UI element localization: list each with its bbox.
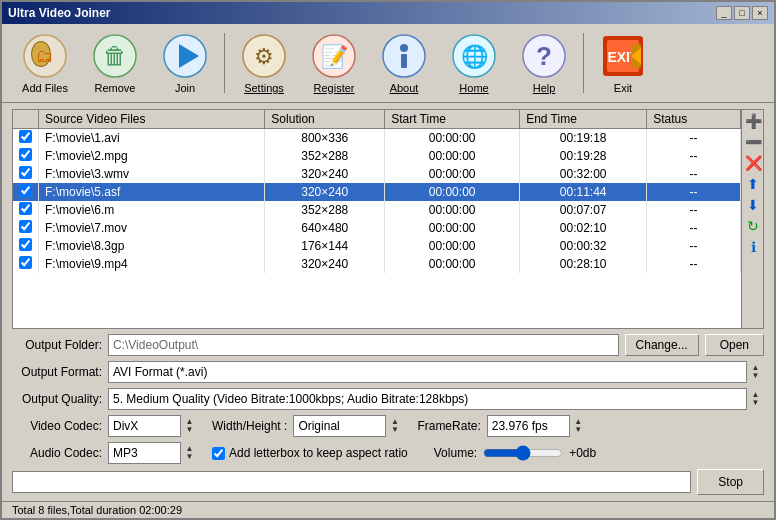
video-codec-select[interactable]: DivX (108, 415, 198, 437)
row-solution: 320×240 (265, 255, 385, 273)
maximize-button[interactable]: □ (734, 6, 750, 20)
audio-codec-label: Audio Codec: (12, 446, 102, 460)
row-end: 00:32:00 (520, 165, 647, 183)
refresh-btn[interactable]: ↻ (744, 217, 762, 235)
row-start: 00:00:00 (385, 237, 520, 255)
row-solution: 176×144 (265, 237, 385, 255)
table-row[interactable]: F:\movie\8.3gp 176×144 00:00:00 00:00:32… (13, 237, 741, 255)
open-button[interactable]: Open (705, 334, 764, 356)
row-checkbox[interactable] (19, 130, 32, 143)
settings-label: Settings (244, 82, 284, 94)
row-file: F:\movie\1.avi (39, 129, 265, 148)
remove-side-btn[interactable]: ➖ (744, 133, 762, 151)
row-solution: 352×288 (265, 147, 385, 165)
toolbar-about[interactable]: About (369, 28, 439, 98)
letterbox-checkbox[interactable] (212, 447, 225, 460)
row-checkbox[interactable] (19, 202, 32, 215)
output-quality-wrapper: 5. Medium Quality (Video Bitrate:1000kbp… (108, 388, 764, 410)
row-end: 00:02:10 (520, 219, 647, 237)
table-row[interactable]: F:\movie\3.wmv 320×240 00:00:00 00:32:00… (13, 165, 741, 183)
toolbar-home[interactable]: 🌐 Home (439, 28, 509, 98)
toolbar-exit[interactable]: EXIT Exit (588, 28, 658, 98)
remove-icon: 🗑 (91, 32, 139, 80)
toolbar-join[interactable]: Join (150, 28, 220, 98)
video-codec-wrapper: DivX ▲▼ (108, 415, 198, 437)
svg-text:🗑: 🗑 (103, 42, 127, 69)
close-button[interactable]: × (752, 6, 768, 20)
table-row[interactable]: F:\movie\9.mp4 320×240 00:00:00 00:28:10… (13, 255, 741, 273)
row-start: 00:00:00 (385, 255, 520, 273)
remove-label: Remove (95, 82, 136, 94)
stop-button[interactable]: Stop (697, 469, 764, 495)
volume-row: Volume: +0db (434, 445, 596, 461)
table-row[interactable]: F:\movie\2.mpg 352×288 00:00:00 00:19:28… (13, 147, 741, 165)
table-row[interactable]: F:\movie\7.mov 640×480 00:00:00 00:02:10… (13, 219, 741, 237)
audio-codec-select[interactable]: MP3 (108, 442, 198, 464)
header-end: End Time (520, 110, 647, 129)
change-button[interactable]: Change... (625, 334, 699, 356)
svg-text:🗂: 🗂 (36, 46, 54, 66)
output-quality-label: Output Quality: (12, 392, 102, 406)
video-codec-row: Video Codec: DivX ▲▼ Width/Height : Orig… (12, 415, 764, 437)
file-table-container: Source Video Files Solution Start Time E… (12, 109, 764, 329)
toolbar: 🗂 Add Files 🗑 Remove Join (2, 24, 774, 103)
row-status: -- (647, 165, 741, 183)
file-table: Source Video Files Solution Start Time E… (13, 110, 741, 273)
row-checkbox-cell (13, 147, 39, 165)
exit-label: Exit (614, 82, 632, 94)
settings-icon: ⚙ (240, 32, 288, 80)
toolbar-register[interactable]: 📝 Register (299, 28, 369, 98)
table-row[interactable]: F:\movie\5.asf 320×240 00:00:00 00:11:44… (13, 183, 741, 201)
status-text: Total 8 files,Total duration 02:00:29 (12, 504, 182, 516)
table-row[interactable]: F:\movie\1.avi 800×336 00:00:00 00:19:18… (13, 129, 741, 148)
row-status: -- (647, 147, 741, 165)
output-quality-select[interactable]: 5. Medium Quality (Video Bitrate:1000kbp… (108, 388, 764, 410)
row-end: 00:00:32 (520, 237, 647, 255)
row-checkbox[interactable] (19, 166, 32, 179)
register-label: Register (314, 82, 355, 94)
fps-select[interactable]: 23.976 fps (487, 415, 587, 437)
toolbar-settings[interactable]: ⚙ Settings (229, 28, 299, 98)
about-icon (380, 32, 428, 80)
row-file: F:\movie\8.3gp (39, 237, 265, 255)
row-checkbox[interactable] (19, 238, 32, 251)
progress-bar-container (12, 471, 691, 493)
table-row[interactable]: F:\movie\6.m 352×288 00:00:00 00:07:07 -… (13, 201, 741, 219)
row-status: -- (647, 183, 741, 201)
row-checkbox[interactable] (19, 184, 32, 197)
toolbar-remove[interactable]: 🗑 Remove (80, 28, 150, 98)
header-status: Status (647, 110, 741, 129)
add-files-label: Add Files (22, 82, 68, 94)
volume-value: +0db (569, 446, 596, 460)
add-btn[interactable]: ➕ (744, 112, 762, 130)
toolbar-help[interactable]: ? Help (509, 28, 579, 98)
output-format-select[interactable]: AVI Format (*.avi) (108, 361, 764, 383)
row-start: 00:00:00 (385, 165, 520, 183)
move-up-btn[interactable]: ⬆ (744, 175, 762, 193)
help-label: Help (533, 82, 556, 94)
output-quality-row: Output Quality: 5. Medium Quality (Video… (12, 388, 764, 410)
info-btn[interactable]: ℹ (744, 238, 762, 256)
status-bar: Total 8 files,Total duration 02:00:29 (2, 501, 774, 518)
row-file: F:\movie\6.m (39, 201, 265, 219)
toolbar-add-files[interactable]: 🗂 Add Files (10, 28, 80, 98)
home-label: Home (459, 82, 488, 94)
row-checkbox[interactable] (19, 148, 32, 161)
output-format-label: Output Format: (12, 365, 102, 379)
wh-select[interactable]: Original (293, 415, 403, 437)
output-folder-input[interactable] (108, 334, 619, 356)
header-solution: Solution (265, 110, 385, 129)
title-bar: Ultra Video Joiner _ □ × (2, 2, 774, 24)
clear-btn[interactable]: ❌ (744, 154, 762, 172)
row-end: 00:11:44 (520, 183, 647, 201)
output-format-wrapper: AVI Format (*.avi) ▲▼ (108, 361, 764, 383)
width-height-label: Width/Height : (212, 419, 287, 433)
row-checkbox-cell (13, 237, 39, 255)
help-icon: ? (520, 32, 568, 80)
row-checkbox-cell (13, 255, 39, 273)
row-checkbox[interactable] (19, 256, 32, 269)
volume-slider[interactable] (483, 445, 563, 461)
move-down-btn[interactable]: ⬇ (744, 196, 762, 214)
minimize-button[interactable]: _ (716, 6, 732, 20)
row-checkbox[interactable] (19, 220, 32, 233)
